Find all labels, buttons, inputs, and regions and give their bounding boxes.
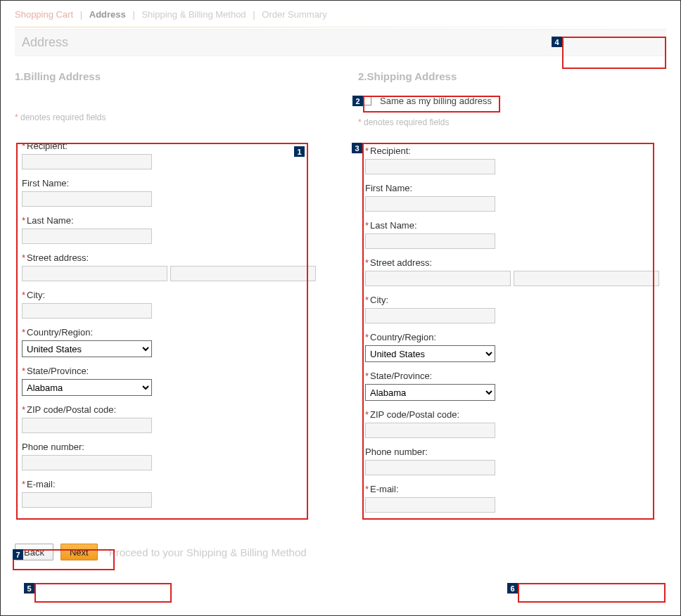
shipping-zip-input[interactable]: [365, 423, 495, 438]
billing-lastname-input[interactable]: [22, 229, 152, 244]
required-note-shipping: * denotes required fields: [358, 117, 666, 127]
shipping-recipient-label: *Recipient:: [365, 146, 659, 156]
next-button[interactable]: Next: [61, 544, 98, 560]
billing-zip-input[interactable]: [22, 418, 152, 433]
shipping-state-label: *State/Province:: [365, 371, 659, 381]
shipping-lastname-input[interactable]: [365, 233, 495, 249]
shipping-lastname-label: *Last Name:: [365, 220, 659, 231]
proceed-text: Proceed to your Shipping & Billing Metho…: [109, 546, 307, 558]
breadcrumb-shipping[interactable]: Shipping & Billing Method: [141, 9, 246, 20]
breadcrumb-cart[interactable]: Shopping Cart: [15, 9, 73, 20]
billing-firstname-input[interactable]: [22, 191, 152, 207]
breadcrumb-summary[interactable]: Order Summary: [262, 9, 326, 20]
billing-state-select[interactable]: Alabama: [22, 379, 152, 396]
divider: [15, 27, 666, 27]
shipping-country-label: *Country/Region:: [365, 332, 659, 342]
callout-5: 5: [34, 583, 172, 603]
breadcrumb: Shopping Cart | Address | Shipping & Bil…: [15, 8, 666, 27]
billing-email-label: *E-mail:: [22, 479, 316, 489]
shipping-country-select[interactable]: United States: [365, 345, 495, 362]
billing-street1-input[interactable]: [22, 266, 167, 281]
shipping-firstname-label: First Name:: [365, 183, 659, 193]
shipping-street2-input[interactable]: [514, 271, 659, 286]
page-title: Address: [15, 29, 666, 56]
shipping-phone-label: Phone number:: [365, 447, 659, 457]
billing-zip-label: *ZIP code/Postal code:: [22, 404, 316, 415]
shipping-form: *Recipient: First Name: *Last Name: *Str…: [358, 137, 666, 528]
required-note-billing: * denotes required fields: [15, 113, 323, 122]
shipping-city-label: *City:: [365, 295, 659, 305]
shipping-address-title: 2.Shipping Address: [358, 70, 666, 82]
billing-form: *Recipient: First Name: *Last Name: *Str…: [15, 132, 323, 523]
shipping-phone-input[interactable]: [365, 460, 495, 475]
billing-state-label: *State/Province:: [22, 366, 316, 376]
shipping-firstname-input[interactable]: [365, 196, 495, 212]
button-row: Back Next Proceed to your Shipping & Bil…: [15, 544, 666, 560]
same-as-billing-checkbox[interactable]: [362, 96, 371, 105]
callout-6: 6: [518, 583, 666, 603]
billing-address-title: 1.Billing Address: [15, 70, 323, 82]
shipping-street-label: *Street address:: [365, 257, 659, 268]
billing-recipient-label: *Recipient:: [22, 141, 316, 151]
billing-city-label: *City:: [22, 290, 316, 300]
billing-recipient-input[interactable]: [22, 154, 152, 169]
billing-lastname-label: *Last Name:: [22, 215, 316, 226]
same-as-billing-label: Same as my billing address: [380, 96, 492, 106]
shipping-city-input[interactable]: [365, 308, 495, 323]
billing-email-input[interactable]: [22, 492, 152, 508]
billing-phone-label: Phone number:: [22, 442, 316, 452]
billing-street2-input[interactable]: [170, 266, 316, 281]
breadcrumb-address[interactable]: Address: [89, 9, 126, 20]
shipping-zip-label: *ZIP code/Postal code:: [365, 409, 659, 420]
shipping-email-label: *E-mail:: [365, 484, 659, 494]
shipping-recipient-input[interactable]: [365, 159, 495, 174]
billing-firstname-label: First Name:: [22, 178, 316, 188]
billing-country-select[interactable]: United States: [22, 340, 152, 357]
back-button[interactable]: Back: [15, 544, 53, 560]
billing-street-label: *Street address:: [22, 252, 316, 263]
shipping-street1-input[interactable]: [365, 271, 511, 286]
billing-phone-input[interactable]: [22, 455, 152, 470]
billing-city-input[interactable]: [22, 303, 152, 319]
shipping-email-input[interactable]: [365, 497, 495, 513]
shipping-state-select[interactable]: Alabama: [365, 384, 495, 401]
billing-country-label: *Country/Region:: [22, 327, 316, 338]
